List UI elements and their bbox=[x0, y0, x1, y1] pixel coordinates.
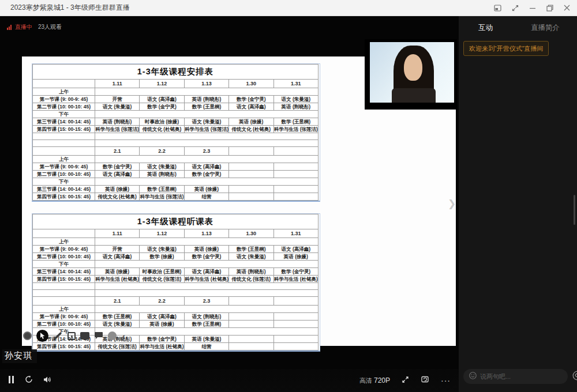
schedule-cell bbox=[229, 186, 273, 193]
schedule-cell bbox=[33, 133, 95, 140]
schedule-cell bbox=[229, 343, 273, 350]
cursor-tool-icon[interactable] bbox=[36, 330, 48, 342]
schedule-cell: 第一节课 (9: 00-9: 45) bbox=[33, 313, 95, 321]
quality-selector[interactable]: 高清720P bbox=[359, 376, 390, 385]
schedule-cell bbox=[229, 171, 273, 178]
schedule-cell: 第三节课 (14: 00-14: 45) bbox=[33, 118, 95, 126]
minimize-icon[interactable] bbox=[529, 5, 536, 12]
webcam-video bbox=[365, 39, 457, 110]
schedule-cell bbox=[229, 163, 273, 171]
table-row: 第一节课 (9: 00-9: 45)开营语文 (高泽鑫)英语 (荆晓彤)数学 (… bbox=[33, 96, 319, 103]
schedule-cell: 1.11 bbox=[95, 80, 140, 88]
table-row: 2.12.22.3 bbox=[33, 297, 319, 306]
refresh-button[interactable] bbox=[25, 375, 33, 386]
schedule-cell: 下午 bbox=[33, 111, 95, 118]
schedule-cell: 数学 (金宁灵) bbox=[184, 171, 228, 178]
schedule-cell bbox=[229, 336, 273, 343]
schedule-cell: 数学 (金宁灵) bbox=[229, 96, 273, 103]
schedule-cell bbox=[273, 171, 318, 178]
toolbar-collapse-icon[interactable]: ‹ bbox=[121, 331, 125, 341]
share-dingtalk-icon[interactable] bbox=[572, 371, 577, 383]
schedule-cell: 数学 (王昱桐) bbox=[184, 103, 228, 111]
chat-scrollbar[interactable] bbox=[574, 195, 575, 225]
whiteboard-tool-icon[interactable] bbox=[80, 332, 89, 340]
schedule-cell: 语文 (朱曼溢) bbox=[273, 96, 318, 103]
schedule-cell bbox=[273, 321, 318, 328]
schedule-cell bbox=[273, 336, 318, 343]
table-row: 第四节课 (15: 00-15: 45)传统文化 (张莲洁)科学与生活 (杜铭奥… bbox=[33, 343, 319, 350]
schedule-cell: 数学 (王昱桐) bbox=[184, 321, 228, 328]
schedule-cell: 英语 (徐嫚) bbox=[95, 186, 140, 193]
schedule-cell: 英语 (徐嫚) bbox=[273, 253, 318, 261]
fullscreen-expand-icon[interactable] bbox=[512, 5, 519, 12]
volume-button[interactable] bbox=[43, 375, 52, 386]
schedule-cell bbox=[95, 140, 319, 147]
schedule-cell: 2.2 bbox=[140, 147, 184, 156]
schedule-cell: 传统文化 (杜铭奥) bbox=[229, 126, 273, 133]
pen-tool-icon[interactable] bbox=[53, 331, 63, 341]
more-options-button[interactable]: ··· bbox=[441, 376, 451, 385]
video-stage: 直播中 23人观看 1-3年级课程安排表1.111.121.131.301.31… bbox=[0, 16, 459, 392]
table-row: 第三节课 (14: 00-14: 45)英语 (荆晓彤)时事政治 (徐嫚)语文 … bbox=[33, 118, 319, 126]
schedule-cell: 语文 (高泽鑫) bbox=[95, 253, 140, 261]
schedule-cell bbox=[95, 283, 319, 290]
table-row: 上午 bbox=[33, 156, 319, 163]
widget-panel-icon[interactable] bbox=[494, 5, 501, 12]
schedule-cell: 英语 (荆晓彤) bbox=[95, 118, 140, 126]
live-label: 直播中 bbox=[15, 23, 32, 31]
eraser-tool-icon[interactable] bbox=[108, 331, 117, 340]
schedule-cell: 结营 bbox=[184, 193, 228, 201]
table-row: 第四节课 (15: 00-15: 45)科学与生活 (张莲洁)传统文化 (杜铭奥… bbox=[33, 126, 319, 133]
interaction-sidebar: 互动 直播简介 欢迎来到“开营仪式”直播间 1185 bbox=[459, 16, 577, 392]
schedule-cell: 语文 (荆晓彤) bbox=[184, 313, 228, 321]
chat-input-pill[interactable] bbox=[463, 369, 568, 384]
laser-pointer-icon[interactable] bbox=[23, 331, 32, 340]
schedule-cell: 数学 (金宁灵) bbox=[184, 253, 228, 261]
maximize-restore-icon[interactable] bbox=[546, 5, 553, 12]
tab-live-intro[interactable]: 直播简介 bbox=[531, 23, 560, 33]
schedule-cell: 科学与生活 (杜铭奥) bbox=[273, 276, 318, 283]
table-row: 上午 bbox=[33, 88, 319, 96]
schedule-cell: 科学与生活 (张莲洁) bbox=[140, 193, 184, 201]
schedule-cell: 英语 (荆晓彤) bbox=[140, 171, 184, 178]
schedule-cell: 1.31 bbox=[273, 80, 318, 88]
sidebar-collapse-chevron[interactable]: ❯ bbox=[448, 198, 456, 210]
close-icon[interactable] bbox=[564, 5, 570, 11]
presenter-face bbox=[404, 54, 422, 81]
schedule-cell: 上午 bbox=[33, 306, 95, 313]
schedule-cell: 第三节课 (14: 00-14: 45) bbox=[33, 268, 95, 276]
comment-tool-icon[interactable] bbox=[94, 331, 103, 340]
screenshot-tool-icon[interactable] bbox=[68, 332, 76, 340]
schedule-cell: 英语 (徐嫚) bbox=[140, 321, 184, 328]
schedule-cell: 下午 bbox=[33, 261, 95, 268]
table-row: 第四节课 (15: 00-15: 45)科学与生活 (杜铭奥)传统文化 (张莲洁… bbox=[33, 276, 319, 283]
schedule-cell: 语文 (朱曼溢) bbox=[140, 246, 184, 253]
schedule-cell: 英语 (徐嫚) bbox=[229, 118, 273, 126]
schedule-cell: 语文 (朱曼溢) bbox=[95, 321, 140, 328]
schedule-cell: 数学 (金宁灵) bbox=[273, 268, 318, 276]
schedule-cell: 数学 (金宁灵) bbox=[140, 336, 184, 343]
schedule-cell bbox=[273, 313, 318, 321]
schedule-cell: 2.3 bbox=[184, 147, 228, 156]
table-row: 上午 bbox=[33, 238, 319, 246]
pause-button[interactable] bbox=[8, 375, 14, 386]
welcome-message: 欢迎来到“开营仪式”直播间 bbox=[463, 41, 549, 56]
table-row: 上午 bbox=[33, 306, 319, 313]
schedule-cell: 科学与生活 (杜铭奥) bbox=[184, 276, 228, 283]
emoji-icon[interactable] bbox=[469, 371, 477, 382]
rotate-screen-button[interactable] bbox=[421, 375, 429, 386]
tab-interaction[interactable]: 互动 bbox=[478, 23, 493, 33]
schedule-cell: 语文 (高泽鑫) bbox=[140, 313, 184, 321]
schedule-cell bbox=[95, 261, 319, 268]
chat-input[interactable] bbox=[480, 373, 562, 380]
schedule-cell: 数学 (金宁灵) bbox=[140, 103, 184, 111]
schedule-cell: 第三节课 (14: 00-14: 45) bbox=[33, 186, 95, 193]
table-row: 第三节课 (14: 00-14: 45)英语 (徐嫚)时事政治 (王昱桐)语文 … bbox=[33, 268, 319, 276]
fullscreen-button[interactable] bbox=[402, 375, 409, 386]
schedule-cell bbox=[95, 238, 319, 246]
schedule-cell: 1.11 bbox=[95, 229, 140, 238]
live-stream-window: 2023寒梦紫泉城1 - 3年级师生群群直播 直播中 23人观看 bbox=[0, 0, 577, 392]
schedule-cell: 1.12 bbox=[140, 229, 184, 238]
table-row: 第三节课 (14: 00-14: 45)英语 (徐嫚)数学 (王昱桐)英语 (徐… bbox=[33, 186, 319, 193]
schedule-cell: 英语 (徐嫚) bbox=[95, 268, 140, 276]
